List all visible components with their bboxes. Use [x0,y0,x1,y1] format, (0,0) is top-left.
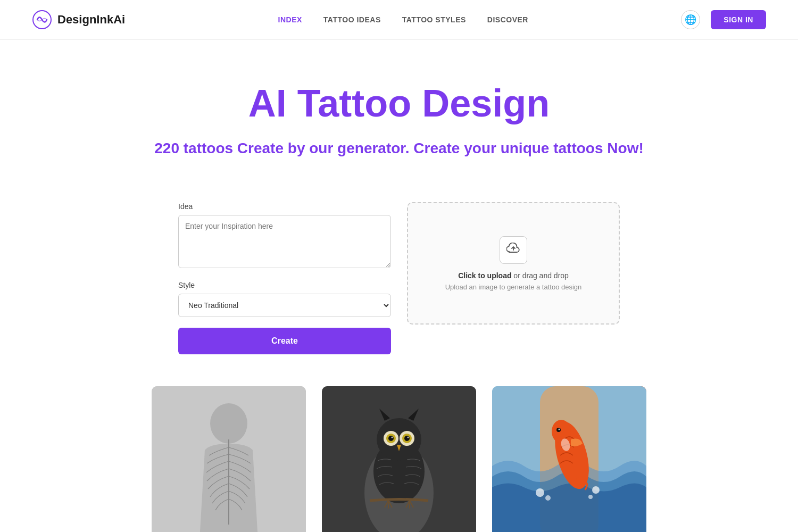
svg-point-22 [545,495,551,501]
language-button[interactable]: 🌐 [681,10,700,29]
form-section: Idea Style Neo Traditional Traditional R… [106,186,692,386]
idea-input[interactable] [178,215,391,268]
gallery-item-3 [492,386,646,532]
svg-point-21 [536,488,544,497]
hero-title: AI Tattoo Design [32,82,766,124]
upload-icon-wrap [500,236,527,264]
idea-group: Idea [178,202,391,270]
svg-point-12 [388,436,394,441]
logo-icon [32,10,52,30]
style-select[interactable]: Neo Traditional Traditional Realism Wate… [178,294,391,317]
svg-point-23 [592,486,600,494]
upload-drag-label: or drag and drop [511,271,568,280]
main-nav: INDEX TATTOO IDEAS TATTOO STYLES DISCOVE… [278,15,528,24]
signin-button[interactable]: SIGN IN [711,10,766,29]
idea-label: Idea [178,202,391,211]
form-left: Idea Style Neo Traditional Traditional R… [178,202,391,354]
hero-count: 220 [154,140,179,156]
logo[interactable]: DesignInkAi [32,10,125,30]
svg-point-15 [408,437,409,438]
hero-section: AI Tattoo Design 220 tattoos Create by o… [0,40,798,186]
create-button[interactable]: Create [178,328,391,354]
style-label: Style [178,281,391,289]
upload-area[interactable]: Click to upload or drag and drop Upload … [407,202,620,325]
globe-icon: 🌐 [685,14,696,26]
header-right: 🌐 SIGN IN [681,10,766,29]
upload-text: Click to upload or drag and drop [458,271,569,280]
hero-subtitle: 220 tattoos Create by our generator. Cre… [32,137,766,160]
nav-tattoo-styles[interactable]: TATTOO STYLES [402,15,466,24]
svg-point-7 [377,418,421,461]
nav-discover[interactable]: DISCOVER [487,15,528,24]
upload-cloud-icon [506,243,520,257]
style-group: Style Neo Traditional Traditional Realis… [178,281,391,317]
gallery-item-2 [322,386,476,532]
upload-subtext: Upload an image to generate a tattoo des… [445,283,582,291]
gallery-item-1 [152,386,306,532]
header: DesignInkAi INDEX TATTOO IDEAS TATTOO ST… [0,0,798,40]
upload-click-label: Click to upload [458,271,511,280]
nav-tattoo-ideas[interactable]: TATTOO IDEAS [323,15,381,24]
svg-point-14 [392,437,393,438]
svg-point-26 [559,429,560,430]
svg-point-2 [210,403,247,444]
gallery-section [0,386,798,532]
hero-subtitle-text: tattoos Create by our generator. Create … [179,140,644,156]
svg-point-24 [588,495,593,499]
nav-index[interactable]: INDEX [278,15,302,24]
svg-point-13 [404,436,410,441]
svg-point-19 [552,420,571,443]
logo-text: DesignInkAi [57,13,125,27]
